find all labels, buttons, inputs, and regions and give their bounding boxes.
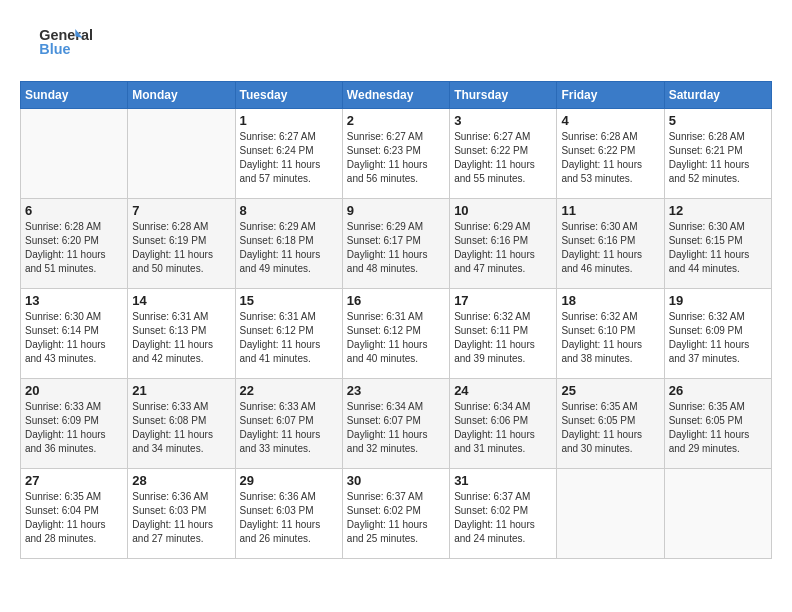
calendar-cell	[664, 469, 771, 559]
day-info: Sunrise: 6:35 AMSunset: 6:05 PMDaylight:…	[669, 400, 767, 456]
day-of-week-sunday: Sunday	[21, 82, 128, 109]
calendar-cell: 14Sunrise: 6:31 AMSunset: 6:13 PMDayligh…	[128, 289, 235, 379]
day-number: 3	[454, 113, 552, 128]
day-of-week-monday: Monday	[128, 82, 235, 109]
svg-text:Blue: Blue	[39, 41, 70, 57]
day-number: 14	[132, 293, 230, 308]
calendar-week-row: 27Sunrise: 6:35 AMSunset: 6:04 PMDayligh…	[21, 469, 772, 559]
calendar-cell	[21, 109, 128, 199]
calendar-cell: 27Sunrise: 6:35 AMSunset: 6:04 PMDayligh…	[21, 469, 128, 559]
page-header: General Blue	[20, 20, 772, 65]
day-of-week-friday: Friday	[557, 82, 664, 109]
day-info: Sunrise: 6:32 AMSunset: 6:09 PMDaylight:…	[669, 310, 767, 366]
day-of-week-wednesday: Wednesday	[342, 82, 449, 109]
calendar-cell: 21Sunrise: 6:33 AMSunset: 6:08 PMDayligh…	[128, 379, 235, 469]
day-number: 26	[669, 383, 767, 398]
calendar-cell: 25Sunrise: 6:35 AMSunset: 6:05 PMDayligh…	[557, 379, 664, 469]
calendar-cell: 28Sunrise: 6:36 AMSunset: 6:03 PMDayligh…	[128, 469, 235, 559]
day-number: 27	[25, 473, 123, 488]
day-info: Sunrise: 6:32 AMSunset: 6:11 PMDaylight:…	[454, 310, 552, 366]
calendar-cell: 20Sunrise: 6:33 AMSunset: 6:09 PMDayligh…	[21, 379, 128, 469]
calendar-cell: 31Sunrise: 6:37 AMSunset: 6:02 PMDayligh…	[450, 469, 557, 559]
day-number: 15	[240, 293, 338, 308]
day-number: 31	[454, 473, 552, 488]
day-info: Sunrise: 6:29 AMSunset: 6:17 PMDaylight:…	[347, 220, 445, 276]
day-number: 23	[347, 383, 445, 398]
day-number: 9	[347, 203, 445, 218]
calendar-cell: 30Sunrise: 6:37 AMSunset: 6:02 PMDayligh…	[342, 469, 449, 559]
day-info: Sunrise: 6:28 AMSunset: 6:20 PMDaylight:…	[25, 220, 123, 276]
calendar-cell: 26Sunrise: 6:35 AMSunset: 6:05 PMDayligh…	[664, 379, 771, 469]
day-info: Sunrise: 6:31 AMSunset: 6:12 PMDaylight:…	[240, 310, 338, 366]
calendar-cell	[557, 469, 664, 559]
logo: General Blue	[20, 20, 100, 65]
day-of-week-saturday: Saturday	[664, 82, 771, 109]
day-info: Sunrise: 6:31 AMSunset: 6:13 PMDaylight:…	[132, 310, 230, 366]
day-number: 29	[240, 473, 338, 488]
calendar-header-row: SundayMondayTuesdayWednesdayThursdayFrid…	[21, 82, 772, 109]
calendar-cell: 16Sunrise: 6:31 AMSunset: 6:12 PMDayligh…	[342, 289, 449, 379]
day-number: 13	[25, 293, 123, 308]
calendar-cell: 7Sunrise: 6:28 AMSunset: 6:19 PMDaylight…	[128, 199, 235, 289]
calendar-cell: 13Sunrise: 6:30 AMSunset: 6:14 PMDayligh…	[21, 289, 128, 379]
day-number: 5	[669, 113, 767, 128]
day-number: 8	[240, 203, 338, 218]
calendar-cell: 23Sunrise: 6:34 AMSunset: 6:07 PMDayligh…	[342, 379, 449, 469]
day-info: Sunrise: 6:35 AMSunset: 6:05 PMDaylight:…	[561, 400, 659, 456]
day-info: Sunrise: 6:32 AMSunset: 6:10 PMDaylight:…	[561, 310, 659, 366]
day-number: 20	[25, 383, 123, 398]
day-number: 12	[669, 203, 767, 218]
calendar-week-row: 13Sunrise: 6:30 AMSunset: 6:14 PMDayligh…	[21, 289, 772, 379]
day-info: Sunrise: 6:33 AMSunset: 6:08 PMDaylight:…	[132, 400, 230, 456]
logo-icon: General Blue	[20, 20, 100, 65]
day-info: Sunrise: 6:37 AMSunset: 6:02 PMDaylight:…	[454, 490, 552, 546]
calendar-cell: 1Sunrise: 6:27 AMSunset: 6:24 PMDaylight…	[235, 109, 342, 199]
calendar-cell: 11Sunrise: 6:30 AMSunset: 6:16 PMDayligh…	[557, 199, 664, 289]
day-info: Sunrise: 6:33 AMSunset: 6:09 PMDaylight:…	[25, 400, 123, 456]
day-info: Sunrise: 6:27 AMSunset: 6:22 PMDaylight:…	[454, 130, 552, 186]
day-number: 19	[669, 293, 767, 308]
day-info: Sunrise: 6:28 AMSunset: 6:19 PMDaylight:…	[132, 220, 230, 276]
calendar-cell: 10Sunrise: 6:29 AMSunset: 6:16 PMDayligh…	[450, 199, 557, 289]
day-number: 30	[347, 473, 445, 488]
calendar-cell: 4Sunrise: 6:28 AMSunset: 6:22 PMDaylight…	[557, 109, 664, 199]
calendar-table: SundayMondayTuesdayWednesdayThursdayFrid…	[20, 81, 772, 559]
day-info: Sunrise: 6:34 AMSunset: 6:06 PMDaylight:…	[454, 400, 552, 456]
calendar-cell: 5Sunrise: 6:28 AMSunset: 6:21 PMDaylight…	[664, 109, 771, 199]
day-info: Sunrise: 6:28 AMSunset: 6:22 PMDaylight:…	[561, 130, 659, 186]
day-info: Sunrise: 6:27 AMSunset: 6:23 PMDaylight:…	[347, 130, 445, 186]
day-number: 11	[561, 203, 659, 218]
calendar-week-row: 1Sunrise: 6:27 AMSunset: 6:24 PMDaylight…	[21, 109, 772, 199]
day-info: Sunrise: 6:30 AMSunset: 6:14 PMDaylight:…	[25, 310, 123, 366]
day-number: 25	[561, 383, 659, 398]
day-info: Sunrise: 6:37 AMSunset: 6:02 PMDaylight:…	[347, 490, 445, 546]
day-of-week-thursday: Thursday	[450, 82, 557, 109]
calendar-cell: 6Sunrise: 6:28 AMSunset: 6:20 PMDaylight…	[21, 199, 128, 289]
day-info: Sunrise: 6:28 AMSunset: 6:21 PMDaylight:…	[669, 130, 767, 186]
calendar-cell: 22Sunrise: 6:33 AMSunset: 6:07 PMDayligh…	[235, 379, 342, 469]
day-info: Sunrise: 6:30 AMSunset: 6:15 PMDaylight:…	[669, 220, 767, 276]
calendar-cell: 15Sunrise: 6:31 AMSunset: 6:12 PMDayligh…	[235, 289, 342, 379]
calendar-cell: 12Sunrise: 6:30 AMSunset: 6:15 PMDayligh…	[664, 199, 771, 289]
day-info: Sunrise: 6:31 AMSunset: 6:12 PMDaylight:…	[347, 310, 445, 366]
day-number: 28	[132, 473, 230, 488]
calendar-cell: 29Sunrise: 6:36 AMSunset: 6:03 PMDayligh…	[235, 469, 342, 559]
day-number: 24	[454, 383, 552, 398]
calendar-cell: 8Sunrise: 6:29 AMSunset: 6:18 PMDaylight…	[235, 199, 342, 289]
calendar-cell: 3Sunrise: 6:27 AMSunset: 6:22 PMDaylight…	[450, 109, 557, 199]
day-number: 4	[561, 113, 659, 128]
day-number: 21	[132, 383, 230, 398]
day-info: Sunrise: 6:34 AMSunset: 6:07 PMDaylight:…	[347, 400, 445, 456]
day-number: 10	[454, 203, 552, 218]
day-number: 1	[240, 113, 338, 128]
day-info: Sunrise: 6:29 AMSunset: 6:16 PMDaylight:…	[454, 220, 552, 276]
day-info: Sunrise: 6:35 AMSunset: 6:04 PMDaylight:…	[25, 490, 123, 546]
calendar-cell: 18Sunrise: 6:32 AMSunset: 6:10 PMDayligh…	[557, 289, 664, 379]
day-number: 22	[240, 383, 338, 398]
day-info: Sunrise: 6:29 AMSunset: 6:18 PMDaylight:…	[240, 220, 338, 276]
day-info: Sunrise: 6:36 AMSunset: 6:03 PMDaylight:…	[132, 490, 230, 546]
calendar-cell	[128, 109, 235, 199]
calendar-cell: 9Sunrise: 6:29 AMSunset: 6:17 PMDaylight…	[342, 199, 449, 289]
day-number: 2	[347, 113, 445, 128]
day-info: Sunrise: 6:36 AMSunset: 6:03 PMDaylight:…	[240, 490, 338, 546]
